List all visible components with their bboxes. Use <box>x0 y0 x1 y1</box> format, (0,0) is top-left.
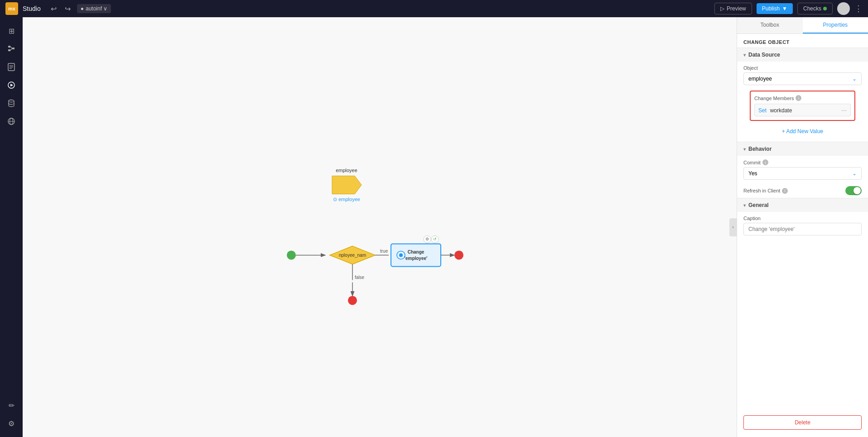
end-circle-bottom <box>348 296 357 305</box>
svg-text:⚙: ⚙ <box>425 237 429 241</box>
sidebar-icon-play[interactable] <box>3 77 19 93</box>
svg-line-4 <box>10 48 12 50</box>
preview-button[interactable]: ▷ Preview <box>714 3 752 14</box>
change-members-info-icon[interactable]: i <box>796 95 801 101</box>
data-source-label: Data Source <box>748 52 780 58</box>
svg-text:false: false <box>355 275 365 280</box>
caption-field: Caption <box>737 212 868 239</box>
object-select[interactable]: employee ⌄ <box>743 72 862 85</box>
flow-diagram: employee ⊙ employee nployee_nam true <box>255 158 482 303</box>
svg-text:↺: ↺ <box>433 237 437 241</box>
commit-select[interactable]: Yes ⌄ <box>743 167 862 180</box>
undo-button[interactable]: ↩ <box>49 4 58 14</box>
svg-point-11 <box>9 100 14 102</box>
checks-button[interactable]: Checks <box>797 3 833 14</box>
panel-collapse-button[interactable]: › <box>729 218 737 236</box>
sidebar-icon-settings[interactable]: ⚙ <box>3 415 19 432</box>
commit-info-icon[interactable]: i <box>762 159 768 165</box>
svg-marker-10 <box>10 84 13 86</box>
change-members-section: Change Members i Set workdate ··· <box>750 91 855 121</box>
section-title: CHANGE OBJECT <box>737 34 868 48</box>
tab-toolbox[interactable]: Toolbox <box>737 17 803 34</box>
member-row[interactable]: Set workdate ··· <box>754 104 851 116</box>
main-layout: ⊞ <box>0 17 868 437</box>
refresh-label: Refresh in Client i <box>743 188 788 194</box>
app-logo: mx <box>5 2 18 15</box>
svg-text:Change: Change <box>408 250 424 255</box>
refresh-info-icon[interactable]: i <box>782 188 788 194</box>
commit-field: Commit i Yes ⌄ <box>737 156 868 183</box>
member-name: workdate <box>770 107 792 114</box>
delete-button[interactable]: Delete <box>743 415 862 430</box>
checks-status-dot <box>823 7 827 10</box>
end-circle-right <box>454 250 463 259</box>
publish-chevron-icon: ▼ <box>782 5 787 12</box>
change-members-label: Change Members i <box>754 95 851 101</box>
add-new-value-wrapper: + Add New Value <box>737 125 868 142</box>
general-collapse-icon: ▾ <box>743 203 746 208</box>
sidebar-icon-hierarchy[interactable] <box>3 41 19 57</box>
publish-button[interactable]: Publish ▼ <box>757 3 793 14</box>
sidebar-icon-grid[interactable]: ⊞ <box>3 23 19 39</box>
canvas-area[interactable]: employee ⊙ employee nployee_nam true <box>23 17 737 437</box>
svg-point-23 <box>399 253 403 257</box>
behavior-label: Behavior <box>748 146 772 152</box>
app-title: Studio <box>23 5 41 12</box>
data-source-collapsible[interactable]: ▾ Data Source <box>737 48 868 62</box>
collapse-arrow-icon: ▾ <box>743 53 746 58</box>
sidebar-icon-globe[interactable] <box>3 113 19 130</box>
commit-label: Commit i <box>743 159 862 165</box>
svg-text:true: true <box>380 249 388 254</box>
left-sidebar: ⊞ <box>0 17 23 437</box>
redo-button[interactable]: ↪ <box>63 4 72 14</box>
svg-marker-15 <box>332 176 362 194</box>
panel-tabs: Toolbox Properties <box>737 17 868 34</box>
sidebar-icon-page[interactable] <box>3 59 19 75</box>
preview-icon: ▷ <box>720 5 724 12</box>
sidebar-bottom: ✏ ⚙ <box>3 397 19 432</box>
behavior-collapse-icon: ▾ <box>743 147 746 152</box>
tab-properties[interactable]: Properties <box>803 17 868 34</box>
svg-rect-21 <box>391 244 441 266</box>
object-field: Object employee ⌄ <box>737 62 868 89</box>
topbar: mx Studio ↩ ↪ ● autoinf ∨ ▷ Preview Publ… <box>0 0 868 17</box>
general-collapsible[interactable]: ▾ General <box>737 198 868 212</box>
object-label: Object <box>743 65 862 71</box>
sidebar-icon-database[interactable] <box>3 95 19 111</box>
toggle-knob <box>854 187 861 194</box>
svg-text:'employee': 'employee' <box>405 256 428 261</box>
change-employee-node[interactable]: Change 'employee' ⚙ ↺ <box>391 235 441 266</box>
employee-start-node[interactable]: employee ⊙ employee <box>332 168 362 202</box>
object-select-chevron: ⌄ <box>852 76 857 82</box>
start-circle <box>287 250 296 259</box>
svg-text:nployee_nam: nployee_nam <box>339 253 366 258</box>
general-label: General <box>748 202 769 208</box>
svg-text:⊙ employee: ⊙ employee <box>333 197 360 202</box>
caption-input[interactable] <box>743 223 862 235</box>
decision-diamond[interactable]: nployee_nam <box>330 246 375 264</box>
more-menu-button[interactable]: ⋮ <box>854 4 863 14</box>
user-avatar[interactable] <box>837 2 850 15</box>
add-new-value-link[interactable]: + Add New Value <box>743 125 862 138</box>
behavior-collapsible[interactable]: ▾ Behavior <box>737 142 868 156</box>
refresh-toggle[interactable] <box>845 186 862 195</box>
svg-rect-1 <box>8 49 10 51</box>
right-panel: Toolbox Properties CHANGE OBJECT ▾ Data … <box>737 17 868 437</box>
commit-select-chevron: ⌄ <box>852 170 857 177</box>
sidebar-icon-brush[interactable]: ✏ <box>3 397 19 413</box>
svg-text:employee: employee <box>336 168 357 173</box>
caption-label: Caption <box>743 216 862 221</box>
autoinf-selector[interactable]: ● autoinf ∨ <box>77 4 111 13</box>
svg-rect-2 <box>12 48 14 49</box>
change-members-wrapper: Change Members i Set workdate ··· <box>737 89 868 125</box>
member-set-label: Set <box>758 107 767 114</box>
svg-line-3 <box>10 47 12 48</box>
member-options-button[interactable]: ··· <box>841 106 847 114</box>
svg-rect-0 <box>8 46 10 48</box>
refresh-in-client-field: Refresh in Client i <box>737 183 868 198</box>
